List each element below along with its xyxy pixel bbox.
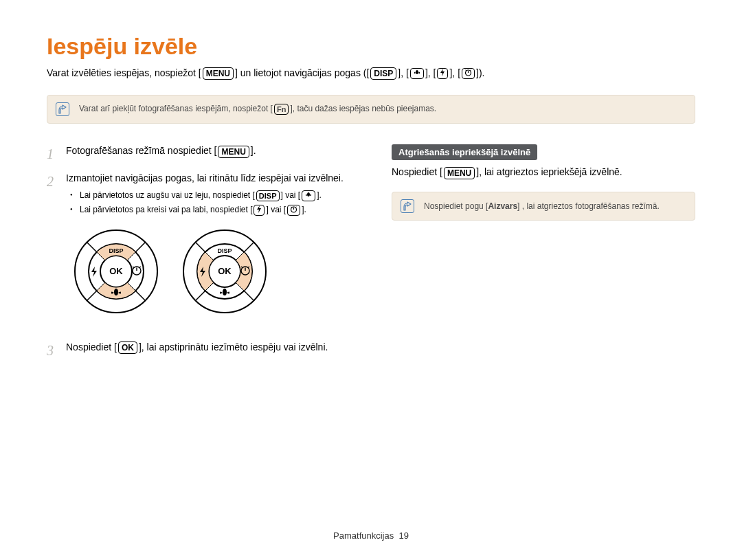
page-footer: Pamatfunkcijas 19	[0, 530, 742, 541]
shutter-label: Aizvars	[488, 201, 517, 211]
disp-button-label: DISP	[370, 67, 396, 80]
intro-part-d: ], [	[425, 67, 436, 78]
note-icon	[56, 102, 69, 116]
flash-icon	[254, 205, 265, 216]
disp-button-label: DISP	[256, 190, 280, 201]
footer-page: 19	[398, 530, 408, 541]
intro-part-a: Varat izvēlēties iespējas, nospiežot [	[47, 67, 201, 78]
dial-ok: OK	[218, 266, 232, 276]
step3-a: Nospiediet [	[66, 341, 117, 352]
intro-text: Varat izvēlēties iespējas, nospiežot [ME…	[47, 67, 695, 80]
dial-disp: DISP	[217, 247, 232, 254]
intro-part-c: ], [	[398, 67, 409, 78]
macro-icon	[302, 190, 315, 201]
right-b: ], lai atgrieztos iepriekšējā izvēlnē.	[476, 166, 622, 177]
right-column: Atgriešanās iepriekšējā izvēlnē Nospiedi…	[392, 144, 695, 368]
timer-icon	[287, 205, 300, 216]
fn-button-label: Fn	[274, 104, 289, 115]
menu-button-label: MENU	[218, 146, 249, 158]
b2-c: ].	[302, 205, 306, 214]
intro-part-b: ] un lietojot navigācijas pogas ([	[235, 67, 369, 78]
step-number: 3	[47, 341, 58, 360]
dial-updown: DISP OK	[71, 227, 161, 316]
note2-a: Nospiediet pogu [	[424, 201, 488, 211]
intro-part-e: ], [	[449, 67, 460, 78]
step1-a: Fotografēšanas režīmā nospiediet [	[66, 145, 216, 156]
step-number: 1	[47, 144, 58, 164]
intro-part-f: ]).	[476, 67, 484, 78]
dial-ok: OK	[109, 266, 123, 276]
menu-button-label: MENU	[444, 167, 475, 179]
note-box-1: Varat arī piekļūt fotografēšanas iespējā…	[47, 95, 695, 124]
step-2: 2 Izmantojiet navigācijas pogas, lai rit…	[47, 172, 350, 332]
step-number: 2	[47, 172, 58, 332]
flash-icon	[437, 68, 448, 79]
b2-b: ] vai [	[266, 205, 286, 214]
step3-b: ], lai apstiprinātu iezīmēto iespēju vai…	[139, 341, 328, 352]
footer-section: Pamatfunkcijas	[333, 530, 394, 541]
note2-b: ] , lai atgrieztos fotografēšanas režīmā…	[517, 201, 660, 211]
step1-b: ].	[251, 145, 256, 156]
macro-icon	[410, 68, 424, 79]
b1-c: ].	[317, 190, 322, 200]
menu-button-label: MENU	[203, 67, 234, 80]
page-title: Iespēju izvēle	[47, 33, 695, 60]
step-1: 1 Fotografēšanas režīmā nospiediet [MENU…	[47, 144, 350, 164]
left-column: 1 Fotografēšanas režīmā nospiediet [MENU…	[47, 144, 350, 368]
b2-a: Lai pārvietotos pa kreisi vai pa labi, n…	[80, 205, 252, 214]
b1-a: Lai pārvietotos uz augšu vai uz leju, no…	[80, 190, 255, 200]
right-paragraph: Nospiediet [MENU], lai atgrieztos ieprie…	[392, 166, 695, 179]
b1-b: ] vai [	[281, 190, 301, 200]
subsection-heading: Atgriešanās iepriekšējā izvēlnē	[392, 144, 537, 160]
navigation-dials: DISP OK	[71, 227, 350, 316]
step-3: 3 Nospiediet [OK], lai apstiprinātu iezī…	[47, 341, 350, 360]
step2-text: Izmantojiet navigācijas pogas, lai ritin…	[66, 172, 344, 183]
note1-b: ], taču dažas iespējas nebūs pieejamas.	[290, 104, 436, 113]
note1-a: Varat arī piekļūt fotografēšanas iespējā…	[79, 104, 273, 113]
right-a: Nospiediet [	[392, 166, 442, 177]
note-box-2: Nospiediet pogu [Aizvars] , lai atgriezt…	[392, 192, 695, 221]
bullet-1: Lai pārvietotos uz augšu vai uz leju, no…	[70, 190, 350, 201]
dial-leftright: DISP OK	[180, 227, 269, 316]
note-icon	[401, 199, 414, 213]
timer-icon	[462, 68, 475, 79]
dial-disp: DISP	[109, 247, 123, 254]
ok-button-label: OK	[118, 341, 137, 354]
bullet-2: Lai pārvietotos pa kreisi vai pa labi, n…	[70, 204, 350, 216]
